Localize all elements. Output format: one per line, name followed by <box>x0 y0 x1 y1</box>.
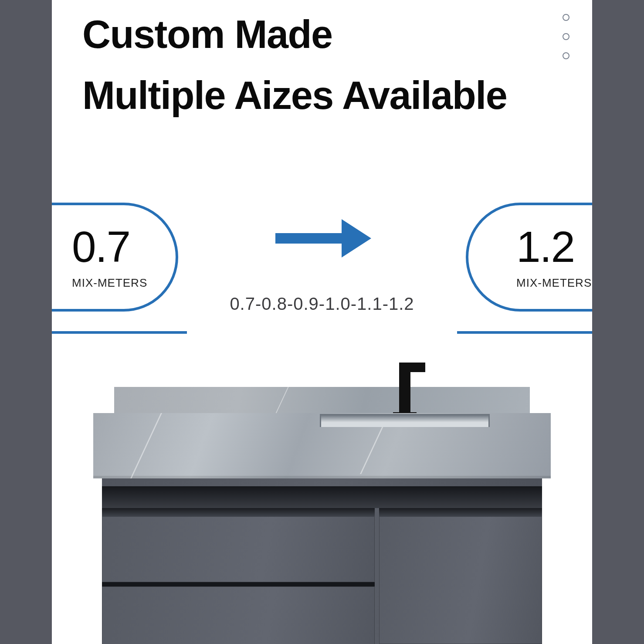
rule-line-right <box>457 331 592 334</box>
heading: Custom Made Multiple Aizes Available <box>82 4 507 126</box>
vanity-product-image <box>93 387 551 644</box>
drawer-divider <box>102 582 375 586</box>
sizes-enumeration: 0.7-0.8-0.9-1.0-1.1-1.2 <box>52 294 592 314</box>
max-size-value: 1.2 <box>516 225 592 268</box>
product-spec-card: Custom Made Multiple Aizes Available 0.7… <box>52 0 592 644</box>
heading-line-1: Custom Made <box>82 4 507 65</box>
max-size-unit: MIX-METERS <box>516 276 592 290</box>
cabinet-drawer-lower <box>102 586 375 644</box>
cabinet-handle-channel <box>102 486 542 508</box>
sink-basin <box>320 414 490 427</box>
min-size-unit: MIX-METERS <box>72 276 176 290</box>
cabinet-drawer-upper <box>102 508 375 582</box>
decorative-dots <box>563 14 569 59</box>
heading-line-2: Multiple Aizes Available <box>82 65 507 126</box>
rule-line-left <box>52 331 187 334</box>
faucet-icon <box>399 363 410 415</box>
decorative-dot-icon <box>563 52 569 59</box>
size-range: 0.7 MIX-METERS 1.2 MIX-METERS 0.7-0.8-0.… <box>52 203 592 338</box>
cabinet-door <box>379 508 542 644</box>
decorative-dot-icon <box>563 14 569 21</box>
decorative-dot-icon <box>563 33 569 40</box>
min-size-value: 0.7 <box>72 225 176 268</box>
svg-marker-1 <box>342 219 371 258</box>
arrow-right-icon <box>272 217 372 260</box>
cabinet-body <box>102 478 542 644</box>
